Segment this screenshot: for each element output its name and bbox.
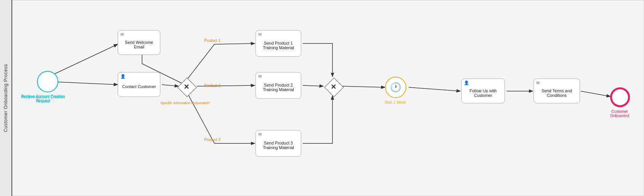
email-icon-2: ✉ bbox=[258, 32, 262, 37]
task-follow-up[interactable]: 👤 Follow Up with Customer bbox=[461, 79, 505, 103]
task-send-welcome-email[interactable]: ✉ Send Welcome Email bbox=[118, 30, 160, 55]
end-event-label: Customer Onboarded bbox=[603, 109, 636, 118]
timer-label: Wait 1 Week bbox=[382, 100, 409, 104]
task-product2-training[interactable]: ✉ Send Product 2 Training Material bbox=[256, 72, 301, 99]
email-icon-4: ✉ bbox=[258, 132, 262, 137]
outer-container: Customer Onboarding Process bbox=[0, 0, 644, 196]
gateway-1-label: Specific Information Requested? bbox=[160, 101, 210, 105]
diagram-area: Recieve Account Creation Request ✉ Send … bbox=[12, 0, 644, 196]
svg-line-8 bbox=[581, 91, 610, 96]
start-event bbox=[37, 71, 58, 92]
task-label-2: Contact Customer bbox=[122, 84, 156, 89]
email-icon-1: ✉ bbox=[120, 32, 124, 37]
person-icon-2: 👤 bbox=[464, 80, 469, 85]
task-contact-customer[interactable]: 👤 Contact Customer bbox=[118, 72, 160, 97]
gateway-1: ✕ bbox=[177, 77, 197, 97]
edge-label-product2: Product 2 bbox=[204, 84, 221, 88]
lane-label-container: Customer Onboarding Process bbox=[0, 0, 12, 196]
task-label-6: Follow Up with Customer bbox=[463, 88, 503, 98]
gateway-2: ✕ bbox=[324, 77, 344, 97]
task-label-1: Send Welcome Email bbox=[120, 40, 158, 49]
svg-line-0 bbox=[50, 44, 118, 76]
edge-label-product3: Product 3 bbox=[204, 138, 221, 142]
person-icon-1: 👤 bbox=[120, 74, 126, 79]
task-label-5: Send Product 3 Training Material bbox=[257, 141, 299, 150]
task-label-7: Send Terms and Conditions bbox=[535, 88, 578, 98]
svg-line-5 bbox=[342, 86, 385, 87]
task-product3-training[interactable]: ✉ Send Product 3 Training Material bbox=[256, 130, 301, 157]
svg-line-1 bbox=[50, 82, 118, 85]
timer-icon: 🕐 bbox=[390, 82, 401, 93]
svg-line-4 bbox=[303, 85, 323, 86]
task-label-4: Send Product 2 Training Material bbox=[257, 83, 299, 92]
end-event bbox=[610, 87, 630, 107]
edge-label-product1: Product 1 bbox=[204, 39, 221, 43]
email-icon-3: ✉ bbox=[258, 74, 262, 79]
task-product1-training[interactable]: ✉ Send Product 1 Training Material bbox=[256, 30, 301, 57]
svg-line-2 bbox=[162, 85, 179, 86]
start-label-text: Recieve Account Creation Request bbox=[20, 95, 66, 103]
lane-label: Customer Onboarding Process bbox=[3, 64, 8, 132]
email-icon-5: ✉ bbox=[536, 80, 540, 85]
task-label-3: Send Product 1 Training Material bbox=[257, 41, 299, 50]
timer-wait-week: 🕐 bbox=[385, 77, 406, 98]
svg-line-6 bbox=[409, 87, 460, 91]
task-send-terms[interactable]: ✉ Send Terms and Conditions bbox=[534, 79, 580, 103]
